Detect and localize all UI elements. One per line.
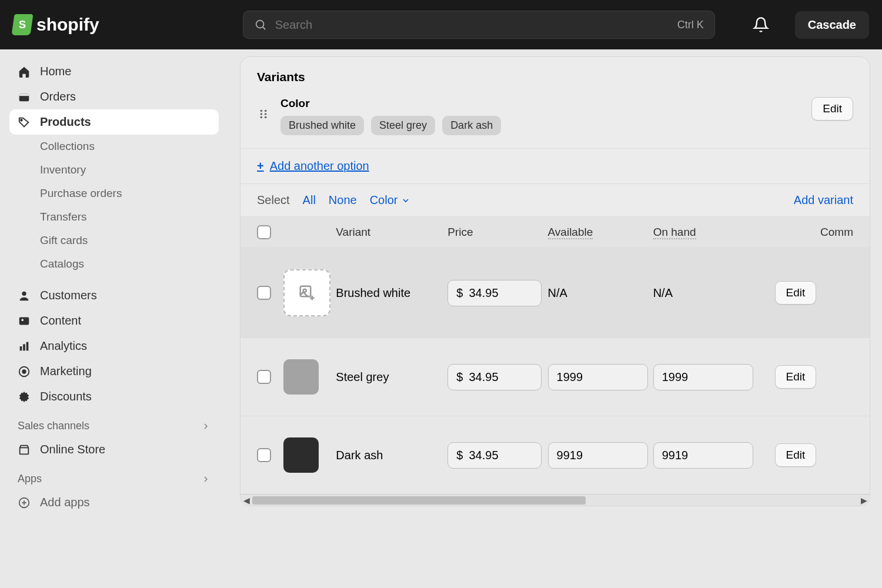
price-input[interactable]: $ 34.95 bbox=[447, 364, 542, 390]
svg-point-17 bbox=[260, 110, 263, 112]
select-none-link[interactable]: None bbox=[329, 193, 357, 207]
svg-point-18 bbox=[265, 110, 267, 112]
chip: Brushed white bbox=[280, 116, 364, 135]
svg-rect-6 bbox=[19, 317, 29, 325]
nav-discounts[interactable]: Discounts bbox=[9, 384, 219, 409]
nav-marketing[interactable]: Marketing bbox=[9, 359, 219, 384]
variant-image[interactable] bbox=[283, 437, 319, 473]
topbar: shopify Ctrl K Cascade bbox=[0, 0, 882, 49]
nav-gift-cards[interactable]: Gift cards bbox=[9, 229, 219, 252]
nav-home[interactable]: Home bbox=[9, 59, 219, 84]
store-switcher[interactable]: Cascade bbox=[795, 11, 869, 39]
option-row: Color Brushed white Steel grey Dark ash … bbox=[240, 92, 870, 148]
image-add-icon bbox=[298, 284, 316, 302]
svg-rect-3 bbox=[19, 93, 29, 96]
add-variant-link[interactable]: Add variant bbox=[794, 193, 853, 207]
nav-label: Customers bbox=[40, 289, 97, 302]
select-color-dropdown[interactable]: Color bbox=[370, 193, 411, 207]
tag-icon bbox=[18, 116, 31, 129]
svg-rect-8 bbox=[20, 346, 22, 350]
person-icon bbox=[18, 289, 31, 302]
scroll-right-icon[interactable]: ▶ bbox=[858, 496, 870, 505]
table-header: Variant Price Available On hand Comm bbox=[240, 216, 870, 248]
nav-add-apps[interactable]: Add apps bbox=[9, 490, 219, 515]
section-label: Apps bbox=[18, 473, 42, 485]
nav-products[interactable]: Products bbox=[9, 109, 219, 135]
header-comm: Comm bbox=[816, 226, 853, 239]
price-value: 34.95 bbox=[469, 449, 498, 462]
nav-label: Content bbox=[40, 314, 81, 328]
nav-orders[interactable]: Orders bbox=[9, 84, 219, 109]
row-checkbox[interactable] bbox=[257, 286, 271, 300]
onhand-input[interactable]: 9919 bbox=[653, 442, 753, 469]
search-input[interactable] bbox=[275, 18, 669, 32]
nav-online-store[interactable]: Online Store bbox=[9, 437, 219, 462]
currency-symbol: $ bbox=[456, 449, 463, 462]
target-icon bbox=[18, 365, 31, 378]
nav-inventory[interactable]: Inventory bbox=[9, 158, 219, 182]
scrollbar-thumb[interactable] bbox=[252, 496, 586, 505]
nav-collections[interactable]: Collections bbox=[9, 135, 219, 158]
variants-card: Variants Color Brushed white Steel grey … bbox=[240, 56, 870, 506]
variant-row[interactable]: Brushed white $ 34.95 N/A N/A Edit bbox=[240, 248, 870, 338]
notifications-icon[interactable] bbox=[753, 16, 769, 33]
row-checkbox[interactable] bbox=[257, 448, 271, 462]
discount-icon bbox=[18, 390, 31, 403]
drag-handle-icon[interactable] bbox=[257, 108, 270, 121]
edit-variant-button[interactable]: Edit bbox=[775, 443, 817, 467]
svg-point-19 bbox=[260, 113, 263, 115]
header-variant: Variant bbox=[336, 226, 447, 239]
main-content: Variants Color Brushed white Steel grey … bbox=[228, 49, 882, 588]
shopify-logo-icon bbox=[11, 14, 33, 35]
logo[interactable]: shopify bbox=[13, 14, 99, 35]
nav-label: Home bbox=[40, 65, 71, 78]
select-all-checkbox[interactable] bbox=[257, 225, 271, 239]
add-option-link[interactable]: + Add another option bbox=[257, 159, 369, 173]
variant-row[interactable]: Steel grey $ 34.95 1999 1999 Edit bbox=[240, 338, 870, 416]
sales-channels-header[interactable]: Sales channels bbox=[9, 409, 219, 437]
select-label: Select bbox=[257, 193, 290, 207]
variant-image[interactable] bbox=[283, 359, 319, 395]
edit-variant-button[interactable]: Edit bbox=[775, 365, 817, 389]
available-value: N/A bbox=[548, 286, 653, 300]
header-available: Available bbox=[548, 226, 593, 239]
svg-point-7 bbox=[21, 319, 24, 321]
nav-analytics[interactable]: Analytics bbox=[9, 333, 219, 359]
svg-rect-10 bbox=[26, 342, 29, 350]
nav-transfers[interactable]: Transfers bbox=[9, 205, 219, 229]
svg-point-20 bbox=[265, 113, 267, 115]
nav-label: Products bbox=[40, 115, 91, 129]
available-input[interactable]: 9919 bbox=[548, 442, 648, 469]
store-icon bbox=[18, 443, 31, 456]
onhand-input[interactable]: 1999 bbox=[653, 364, 753, 390]
apps-header[interactable]: Apps bbox=[9, 462, 219, 490]
currency-symbol: $ bbox=[456, 370, 463, 384]
variant-row[interactable]: Dark ash $ 34.95 9919 9919 Edit bbox=[240, 416, 870, 494]
header-price: Price bbox=[447, 226, 547, 239]
brand-text: shopify bbox=[36, 15, 99, 35]
svg-line-1 bbox=[262, 27, 265, 30]
horizontal-scrollbar[interactable]: ◀ ▶ bbox=[240, 494, 870, 506]
scroll-left-icon[interactable]: ◀ bbox=[240, 496, 252, 505]
price-value: 34.95 bbox=[469, 286, 498, 300]
available-input[interactable]: 1999 bbox=[548, 364, 648, 390]
nav-purchase-orders[interactable]: Purchase orders bbox=[9, 182, 219, 205]
price-input[interactable]: $ 34.95 bbox=[447, 280, 542, 306]
edit-variant-button[interactable]: Edit bbox=[775, 281, 817, 305]
variant-image-placeholder[interactable] bbox=[283, 269, 330, 316]
chevron-right-icon bbox=[201, 475, 211, 484]
row-checkbox[interactable] bbox=[257, 370, 271, 384]
svg-point-22 bbox=[265, 116, 267, 119]
onhand-value: N/A bbox=[653, 286, 753, 300]
select-bar: Select All None Color Add variant bbox=[240, 183, 870, 216]
image-icon bbox=[18, 315, 31, 328]
edit-option-button[interactable]: Edit bbox=[811, 97, 853, 121]
nav-content[interactable]: Content bbox=[9, 308, 219, 333]
nav-customers[interactable]: Customers bbox=[9, 283, 219, 308]
variant-name: Dark ash bbox=[336, 449, 447, 462]
nav-catalogs[interactable]: Catalogs bbox=[9, 252, 219, 276]
price-input[interactable]: $ 34.95 bbox=[447, 442, 542, 469]
chevron-down-icon bbox=[401, 196, 410, 205]
search-bar[interactable]: Ctrl K bbox=[243, 11, 715, 39]
select-all-link[interactable]: All bbox=[303, 193, 316, 207]
